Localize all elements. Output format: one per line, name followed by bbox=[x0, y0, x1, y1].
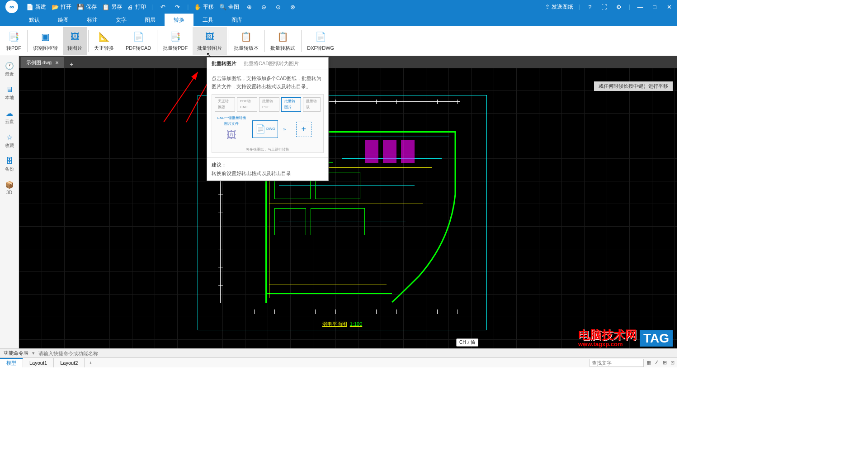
close-tab-icon[interactable]: ✕ bbox=[55, 60, 59, 65]
batchimg-icon: 🖼 bbox=[203, 30, 216, 43]
tab-default[interactable]: 默认 bbox=[20, 14, 49, 26]
zoom-window-button[interactable]: ⊗ bbox=[288, 4, 297, 10]
hint-text: 或任何时候长按中键）进行平移 bbox=[594, 81, 673, 91]
hand-icon: ✋ bbox=[194, 4, 201, 10]
minimize-button[interactable]: — bbox=[636, 4, 645, 10]
frame-icon: ▣ bbox=[39, 30, 52, 43]
command-input[interactable] bbox=[38, 351, 674, 356]
zoom-in-button[interactable]: ⊕ bbox=[245, 4, 254, 10]
tooltip-preview: 天正转换版 PDF转CAD 批量转PDF 批量转图片 批量转版 CAD一键批量转… bbox=[212, 94, 324, 153]
layout-tab-model[interactable]: 模型 bbox=[0, 358, 23, 368]
app-logo[interactable]: ∞ bbox=[4, 0, 20, 14]
send-drawing-button[interactable]: ⇪ 发送图纸 bbox=[545, 3, 573, 11]
tooltip-suggestion-text: 转换前设置好转出格式以及转出目录 bbox=[212, 170, 324, 177]
folder-icon: 📂 bbox=[52, 4, 59, 10]
ribbon-tianzheng[interactable]: 📐天正转换 bbox=[90, 27, 119, 55]
canvas-area: 示例图.dwg✕ + document.write(Array.from({le… bbox=[19, 56, 677, 348]
ribbon-batch-image[interactable]: 🖼批量转图片 bbox=[193, 27, 227, 55]
pan-button[interactable]: ✋平移 bbox=[194, 3, 214, 11]
tooltip-suggestion-label: 建议： bbox=[212, 162, 324, 168]
tab-text[interactable]: 文字 bbox=[107, 14, 136, 26]
tab-draw[interactable]: 绘图 bbox=[49, 14, 78, 26]
status-icon[interactable]: ⊡ bbox=[670, 360, 675, 366]
dropdown-icon[interactable]: ▾ bbox=[32, 350, 35, 356]
menu-tabs: 默认 绘图 标注 文字 图层 转换 工具 图库 bbox=[0, 14, 677, 26]
undo-button[interactable]: ↶ bbox=[158, 4, 167, 10]
ribbon-batch-version[interactable]: 📋批量转版本 bbox=[229, 27, 264, 55]
ribbon-to-image[interactable]: 🖼转图片 bbox=[63, 27, 87, 55]
new-button[interactable]: 📄新建 bbox=[26, 3, 46, 11]
saveas-button[interactable]: 📋另存 bbox=[102, 3, 122, 11]
document-tab[interactable]: 示例图.dwg✕ bbox=[21, 57, 64, 68]
status-bar: 模型 Layout1 Layout2 + ▦ ∠ ⊞ ⊡ bbox=[0, 357, 677, 367]
left-sidebar: 🕐最近 🖥本地 ☁云盘 ☆收藏 🗄备份 📦3D bbox=[0, 56, 19, 348]
sidebar-backup[interactable]: 🗄备份 bbox=[5, 157, 14, 172]
fullscreen-button[interactable]: ⛶ bbox=[600, 4, 609, 10]
ribbon: 📑转PDF ▣识别图框转 🖼转图片 📐天正转换 📄PDF转CAD 📑批量转PDF… bbox=[0, 26, 677, 56]
add-tab-button[interactable]: + bbox=[66, 61, 77, 68]
pdf-icon: 📑 bbox=[8, 30, 20, 43]
open-button[interactable]: 📂打开 bbox=[52, 3, 71, 11]
print-button[interactable]: 🖨打印 bbox=[127, 3, 146, 11]
drawing-title: 弱电平面图1:100 bbox=[322, 321, 363, 328]
tooltip-popup: 批量转图片 批量将CAD图纸转为图片 点击添加图纸，支持添加多个CAD图纸，批量… bbox=[207, 57, 329, 181]
drawing-canvas[interactable]: document.write(Array.from({length:30},(_… bbox=[19, 68, 677, 348]
zoom-out-button[interactable]: ⊖ bbox=[259, 4, 268, 10]
sidebar-3d[interactable]: 📦3D bbox=[5, 181, 14, 195]
computer-icon: 🖥 bbox=[6, 86, 13, 94]
settings-button[interactable]: ⚙ bbox=[614, 4, 623, 10]
tz-icon: 📐 bbox=[98, 30, 110, 43]
tab-layer[interactable]: 图层 bbox=[136, 14, 165, 26]
mouse-cursor: ↖ bbox=[206, 51, 212, 58]
ribbon-to-pdf[interactable]: 📑转PDF bbox=[2, 27, 26, 55]
title-bar: ∞ 📄新建 📂打开 💾保存 📋另存 🖨打印 | ↶ ↷ | ✋平移 🔍全图 ⊕ … bbox=[0, 0, 677, 14]
ime-indicator: CH ♪ 简 bbox=[456, 338, 478, 347]
ribbon-pdf-to-cad[interactable]: 📄PDF转CAD bbox=[121, 27, 156, 55]
tab-convert[interactable]: 转换 bbox=[165, 14, 193, 26]
layout-add-button[interactable]: + bbox=[85, 360, 96, 366]
close-button[interactable]: ✕ bbox=[665, 4, 674, 10]
cube-icon: 📦 bbox=[5, 181, 14, 189]
document-tabs: 示例图.dwg✕ + bbox=[19, 56, 677, 68]
sidebar-recent[interactable]: 🕐最近 bbox=[5, 62, 14, 77]
help-button[interactable]: ? bbox=[585, 4, 594, 10]
tooltip-subtitle: 批量将CAD图纸转为图片 bbox=[244, 60, 299, 67]
cloud-icon: ☁ bbox=[6, 109, 13, 118]
saveas-icon: 📋 bbox=[102, 4, 109, 10]
tab-annotate[interactable]: 标注 bbox=[78, 14, 107, 26]
tab-library[interactable]: 图库 bbox=[222, 14, 251, 26]
tooltip-title: 批量转图片 bbox=[212, 60, 236, 67]
sidebar-cloud[interactable]: ☁云盘 bbox=[5, 109, 14, 125]
archive-icon: 🗄 bbox=[6, 157, 13, 165]
batchfmt-icon: 📋 bbox=[277, 30, 289, 43]
image-icon: 🖼 bbox=[69, 30, 81, 43]
ribbon-frame-convert[interactable]: ▣识别图框转 bbox=[28, 27, 63, 55]
status-icon[interactable]: ∠ bbox=[655, 360, 659, 366]
watermark: 电脑技术网 www.tagxp.com TAG bbox=[578, 329, 673, 347]
dxf-icon: 📄 bbox=[314, 30, 327, 43]
layout-tab-2[interactable]: Layout2 bbox=[54, 358, 85, 368]
command-bar: 功能命令表 ▾ bbox=[0, 348, 677, 357]
tab-tools[interactable]: 工具 bbox=[193, 14, 222, 26]
sidebar-favorites[interactable]: ☆收藏 bbox=[5, 133, 14, 149]
batchpdf-icon: 📑 bbox=[169, 30, 182, 43]
clock-icon: 🕐 bbox=[5, 62, 14, 70]
redo-button[interactable]: ↷ bbox=[173, 4, 182, 10]
ribbon-batch-pdf[interactable]: 📑批量转PDF bbox=[158, 27, 193, 55]
save-icon: 💾 bbox=[77, 4, 84, 10]
share-icon: ⇪ bbox=[545, 4, 550, 10]
status-icon[interactable]: ⊞ bbox=[663, 360, 667, 366]
fitview-button[interactable]: 🔍全图 bbox=[219, 3, 239, 11]
ribbon-dxf-dwg[interactable]: 📄DXF转DWG bbox=[302, 27, 339, 55]
maximize-button[interactable]: □ bbox=[650, 4, 659, 10]
pdfcad-icon: 📄 bbox=[132, 30, 145, 43]
layout-tab-1[interactable]: Layout1 bbox=[23, 358, 54, 368]
main-area: 🕐最近 🖥本地 ☁云盘 ☆收藏 🗄备份 📦3D 示例图.dwg✕ + docum… bbox=[0, 56, 677, 348]
save-button[interactable]: 💾保存 bbox=[77, 3, 97, 11]
search-input[interactable] bbox=[590, 359, 644, 367]
zoom-reset-button[interactable]: ⊙ bbox=[274, 4, 283, 10]
print-icon: 🖨 bbox=[127, 4, 133, 10]
ribbon-batch-format[interactable]: 📋批量转格式 bbox=[266, 27, 300, 55]
sidebar-local[interactable]: 🖥本地 bbox=[5, 86, 14, 101]
status-icon[interactable]: ▦ bbox=[646, 360, 651, 366]
